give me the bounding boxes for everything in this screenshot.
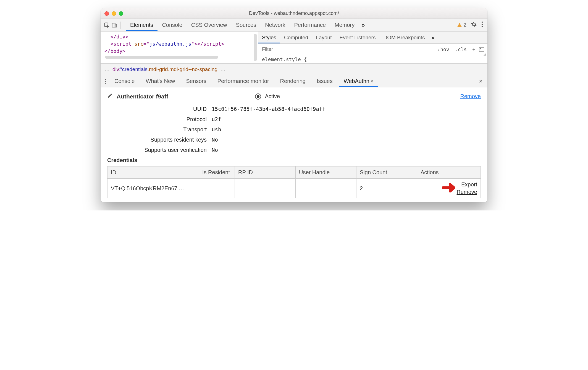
- drawer-tab-perfmon[interactable]: Performance monitor: [212, 75, 274, 87]
- devtools-window: DevTools - webauthndemo.appspot.com/ Ele…: [101, 8, 487, 202]
- cell-user-handle: [296, 179, 356, 198]
- export-credential-link[interactable]: Export: [461, 181, 477, 188]
- pane-resize-handle[interactable]: [254, 34, 257, 61]
- prop-uuid: UUID 15c01f56-785f-43b4-ab58-4facd60f9af…: [124, 106, 481, 112]
- drawer-tab-webauthn[interactable]: WebAuthn×: [339, 75, 379, 87]
- cell-actions: Export Remove: [417, 179, 481, 198]
- prop-transport: Transport usb: [124, 126, 481, 133]
- table-header-row: ID Is Resident RP ID User Handle Sign Co…: [107, 166, 481, 179]
- breadcrumb-right-ellipsis[interactable]: …: [220, 66, 225, 72]
- col-sign-count[interactable]: Sign Count: [356, 166, 417, 179]
- styles-filter-buttons: :hov .cls +: [432, 45, 487, 53]
- remove-authenticator-link[interactable]: Remove: [460, 93, 481, 100]
- col-user-handle[interactable]: User Handle: [296, 166, 356, 179]
- webauthn-panel: Authenticator f9aff Active Remove UUID 1…: [101, 87, 487, 202]
- warnings-indicator[interactable]: 2: [457, 22, 466, 28]
- divider: [120, 22, 121, 29]
- window-title: DevTools - webauthndemo.appspot.com/: [101, 11, 487, 16]
- drawer-tab-issues[interactable]: Issues: [312, 75, 338, 87]
- window-titlebar: DevTools - webauthndemo.appspot.com/: [101, 8, 487, 19]
- more-styles-tabs[interactable]: »: [429, 34, 437, 41]
- drawer-tab-rendering[interactable]: Rendering: [275, 75, 311, 87]
- prop-resident-keys: Supports resident keys No: [124, 137, 481, 143]
- cell-sign-count: 2: [356, 179, 417, 198]
- hov-toggle[interactable]: :hov: [435, 45, 451, 53]
- device-toggle-icon[interactable]: [111, 22, 118, 28]
- toolbar-right: 2: [457, 21, 485, 29]
- drawer-tab-whatsnew[interactable]: What's New: [141, 75, 180, 87]
- tab-memory[interactable]: Memory: [330, 19, 359, 31]
- main-tabs: Elements Console CSS Overview Sources Ne…: [126, 19, 456, 31]
- credentials-table: ID Is Resident RP ID User Handle Sign Co…: [107, 166, 481, 198]
- col-is-resident[interactable]: Is Resident: [199, 166, 235, 179]
- cell-rp-id: [235, 179, 296, 198]
- table-row[interactable]: VT+Ql516ObcpKRM2En67j… 2 Export Remove: [107, 179, 481, 198]
- tab-css-overview[interactable]: CSS Overview: [187, 19, 232, 31]
- svg-point-3: [482, 22, 483, 23]
- col-id[interactable]: ID: [107, 166, 199, 179]
- tab-styles[interactable]: Styles: [258, 32, 280, 43]
- dom-breadcrumb[interactable]: … div#credentials.mdl-grid.mdl-grid--no-…: [101, 64, 487, 75]
- tab-console[interactable]: Console: [158, 19, 187, 31]
- cell-is-resident: [199, 179, 235, 198]
- main-toolbar: Elements Console CSS Overview Sources Ne…: [101, 19, 487, 32]
- styles-pane: Styles Computed Layout Event Listeners D…: [258, 32, 487, 63]
- code-line: </div>: [111, 34, 128, 40]
- svg-point-5: [482, 26, 483, 27]
- tab-computed[interactable]: Computed: [280, 32, 312, 43]
- cell-id: VT+Ql516ObcpKRM2En67j…: [107, 179, 199, 198]
- styles-tabs: Styles Computed Layout Event Listeners D…: [258, 32, 487, 44]
- col-rp-id[interactable]: RP ID: [235, 166, 296, 179]
- active-label: Active: [265, 93, 280, 100]
- active-radio[interactable]: [255, 93, 261, 100]
- tab-event-listeners[interactable]: Event Listeners: [335, 32, 379, 43]
- svg-point-4: [482, 24, 483, 25]
- edit-pencil-icon[interactable]: [107, 93, 113, 100]
- authenticator-title: Authenticator f9aff: [117, 93, 168, 100]
- dom-tree[interactable]: </div> <script src="js/webauthn.js"></sc…: [101, 32, 258, 63]
- drawer-menu-icon[interactable]: [103, 79, 108, 84]
- customize-menu-icon[interactable]: [481, 21, 483, 29]
- elements-split: </div> <script src="js/webauthn.js"></sc…: [101, 32, 487, 64]
- element-style-rule[interactable]: element.style {: [258, 55, 487, 63]
- credentials-heading: Credentials: [107, 157, 481, 163]
- svg-rect-0: [104, 23, 108, 26]
- arrow-annotation-icon: [442, 182, 455, 195]
- more-tabs-chevron[interactable]: »: [359, 22, 368, 28]
- drawer-tab-console[interactable]: Console: [109, 75, 140, 87]
- remove-credential-link[interactable]: Remove: [457, 189, 477, 195]
- authenticator-header: Authenticator f9aff Active Remove: [107, 93, 481, 100]
- authenticator-properties: UUID 15c01f56-785f-43b4-ab58-4facd60f9af…: [124, 106, 481, 153]
- horizontal-scrollbar[interactable]: [104, 56, 254, 59]
- tab-sources[interactable]: Sources: [232, 19, 261, 31]
- new-style-rule-button[interactable]: +: [471, 45, 477, 53]
- toggle-sidebar-icon[interactable]: [479, 47, 484, 52]
- settings-gear-icon[interactable]: [471, 21, 477, 29]
- drawer-tab-sensors[interactable]: Sensors: [181, 75, 211, 87]
- tab-dom-breakpoints[interactable]: DOM Breakpoints: [379, 32, 429, 43]
- tab-layout[interactable]: Layout: [312, 32, 335, 43]
- inspect-element-icon[interactable]: [103, 22, 110, 28]
- close-tab-icon[interactable]: ×: [371, 79, 374, 84]
- close-drawer-icon[interactable]: ×: [476, 78, 485, 85]
- tab-elements[interactable]: Elements: [126, 19, 158, 31]
- tab-performance[interactable]: Performance: [290, 19, 330, 31]
- col-actions[interactable]: Actions: [417, 166, 481, 179]
- prop-protocol: Protocol u2f: [124, 116, 481, 123]
- drawer-tabs: Console What's New Sensors Performance m…: [101, 75, 487, 87]
- styles-filter-input[interactable]: [258, 46, 432, 52]
- tab-network[interactable]: Network: [261, 19, 290, 31]
- prop-user-verification: Supports user verification No: [124, 147, 481, 153]
- styles-filter-row: :hov .cls +: [258, 44, 487, 55]
- code-line: </body>: [104, 48, 125, 54]
- cls-toggle[interactable]: .cls: [453, 45, 468, 53]
- warning-count: 2: [463, 22, 466, 28]
- breadcrumb-left-ellipsis[interactable]: …: [104, 66, 110, 72]
